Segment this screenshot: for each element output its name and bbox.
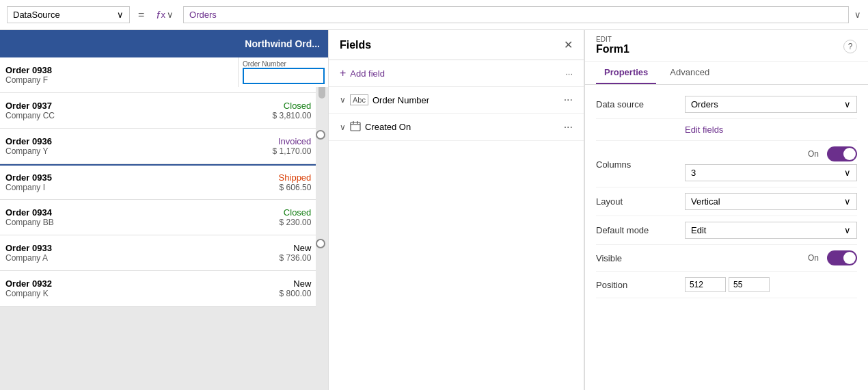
prop-row-edit-fields: Edit fields <box>596 119 857 141</box>
list-item[interactable]: Order 0935 Company I Shipped $ 606.50 › <box>0 164 328 200</box>
main-layout: Northwind Ord... Order Number Order 0938… <box>0 30 868 390</box>
list-item-content: Order 0934 Company BB <box>5 207 280 227</box>
item-amount: $ 606.50 <box>279 183 312 192</box>
item-amount: $ 1,170.00 <box>273 146 312 156</box>
prop-visible-value: On <box>685 250 857 265</box>
list-item[interactable]: Order 0933 Company A New $ 736.00 › <box>0 235 328 271</box>
item-company: Company I <box>5 183 279 192</box>
item-status: New $ 736.00 <box>280 243 312 263</box>
prop-row-position: Position <box>596 272 857 298</box>
prop-columns-text: 3 <box>691 168 696 178</box>
list-item[interactable]: Order 0936 Company Y Invoiced $ 1,170.00… <box>0 129 328 164</box>
prop-layout-label: Layout <box>596 196 685 207</box>
item-company: Company F <box>5 75 262 85</box>
tab-properties[interactable]: Properties <box>596 62 656 84</box>
left-panel: Northwind Ord... Order Number Order 0938… <box>0 30 328 390</box>
tab-advanced-label: Advanced <box>670 67 709 77</box>
fields-close-button[interactable]: ✕ <box>564 38 573 51</box>
position-y-input[interactable] <box>729 277 770 292</box>
prop-position-inputs <box>685 277 857 292</box>
list-item[interactable]: Order 0937 Company CC Closed $ 3,810.00 … <box>0 93 328 129</box>
fx-label: x <box>161 10 166 20</box>
field-type-date-icon <box>350 120 361 133</box>
list-item[interactable]: Order 0934 Company BB Closed $ 230.00 › <box>0 200 328 235</box>
item-amount: $ 736.00 <box>280 253 312 263</box>
field-name-label: Order Number <box>372 95 564 105</box>
field-item-created-on[interactable]: ∨ Created On ··· <box>329 114 584 141</box>
fx-button[interactable]: f x ∨ <box>152 6 178 23</box>
top-bar-chevron-icon: ∨ <box>854 10 861 20</box>
edit-fields-link[interactable]: Edit fields <box>685 125 723 135</box>
formula-bar[interactable]: Orders <box>183 6 849 23</box>
status-label: New <box>293 278 311 289</box>
properties-panel: EDIT Form1 ? Properties Advanced Data so… <box>584 30 868 390</box>
prop-position-label: Position <box>596 280 685 290</box>
datasource-dropdown[interactable]: DataSource ∨ <box>7 6 130 23</box>
prop-datasource-dropdown[interactable]: Orders ∨ <box>685 96 857 113</box>
prop-default-mode-chevron-icon: ∨ <box>844 225 851 235</box>
visible-on-label: On <box>808 253 819 263</box>
svg-rect-0 <box>351 122 360 131</box>
field-chevron-icon: ∨ <box>340 95 346 105</box>
prop-edit-fields-value: Edit fields <box>685 125 857 135</box>
prop-form-name: Form1 <box>596 43 629 55</box>
visible-toggle-row: On <box>685 250 857 265</box>
field-menu-icon[interactable]: ··· <box>564 94 573 106</box>
visible-toggle-thumb <box>843 252 856 264</box>
item-company: Company K <box>5 289 280 298</box>
item-company: Company CC <box>5 111 273 120</box>
tab-advanced[interactable]: Advanced <box>662 62 718 84</box>
field-type-text-icon: Abc <box>350 94 368 105</box>
resize-handle-2[interactable] <box>316 239 325 248</box>
formula-text: Orders <box>189 10 217 20</box>
item-status: Shipped $ 606.50 <box>279 172 312 192</box>
item-order-id: Order 0932 <box>5 278 280 289</box>
visible-toggle-switch[interactable] <box>827 250 857 265</box>
list-header: Northwind Ord... <box>0 30 328 57</box>
prop-position-value <box>685 277 857 292</box>
status-label: Shipped <box>279 172 312 183</box>
order-list: Order 0938 Company F ⚠ ∨ Closed $ 2,870.… <box>0 57 328 307</box>
add-field-row[interactable]: + Add field ··· <box>329 60 584 87</box>
status-label: Closed <box>284 101 311 111</box>
item-status: Closed $ 230.00 <box>280 207 312 227</box>
list-item-content: Order 0938 Company F <box>5 65 262 85</box>
prop-default-mode-value: Edit ∨ <box>685 222 857 239</box>
item-order-id: Order 0934 <box>5 207 280 218</box>
item-status: Invoiced $ 1,170.00 <box>273 136 312 156</box>
add-icon: + <box>340 67 346 79</box>
fields-panel-title: Fields <box>340 39 371 51</box>
datasource-chevron-icon: ∨ <box>117 10 124 20</box>
list-item-content: Order 0936 Company Y <box>5 136 273 156</box>
prop-default-mode-dropdown[interactable]: Edit ∨ <box>685 222 857 239</box>
toggle-thumb <box>843 148 856 160</box>
status-label: Invoiced <box>278 136 311 146</box>
prop-datasource-label: Data source <box>596 99 685 109</box>
top-bar: DataSource ∨ = f x ∨ Orders ∨ <box>0 0 868 30</box>
tab-properties-label: Properties <box>604 67 648 77</box>
order-number-overlay-label: Order Number <box>243 60 325 68</box>
help-icon[interactable]: ? <box>843 40 857 53</box>
status-label: Closed <box>284 207 311 218</box>
field-item-order-number[interactable]: ∨ Abc Order Number ··· <box>329 87 584 114</box>
item-order-id: Order 0933 <box>5 243 280 253</box>
order-number-input[interactable] <box>243 68 325 84</box>
equals-sign: = <box>135 9 147 21</box>
prop-layout-dropdown[interactable]: Vertical ∨ <box>685 193 857 210</box>
prop-columns-area: On 3 ∨ <box>685 146 857 181</box>
prop-default-mode-text: Edit <box>691 225 706 235</box>
position-x-input[interactable] <box>685 277 726 292</box>
toggle-row: On <box>808 146 857 161</box>
resize-handle-1[interactable] <box>316 130 325 140</box>
fields-panel: Fields ✕ + Add field ··· ∨ Abc Order Num… <box>328 30 584 390</box>
field-menu-icon[interactable]: ··· <box>564 121 573 133</box>
toggle-switch[interactable] <box>827 146 857 161</box>
prop-row-columns: Columns On 3 ∨ <box>596 141 857 187</box>
item-amount: $ 230.00 <box>280 218 312 227</box>
fx-chevron-icon: ∨ <box>167 10 174 20</box>
prop-row-datasource: Data source Orders ∨ <box>596 90 857 119</box>
prop-columns-dropdown[interactable]: 3 ∨ <box>685 164 857 181</box>
prop-tabs: Properties Advanced <box>585 62 868 85</box>
list-item[interactable]: Order 0932 Company K New $ 800.00 › <box>0 271 328 307</box>
list-item-content: Order 0937 Company CC <box>5 101 273 120</box>
